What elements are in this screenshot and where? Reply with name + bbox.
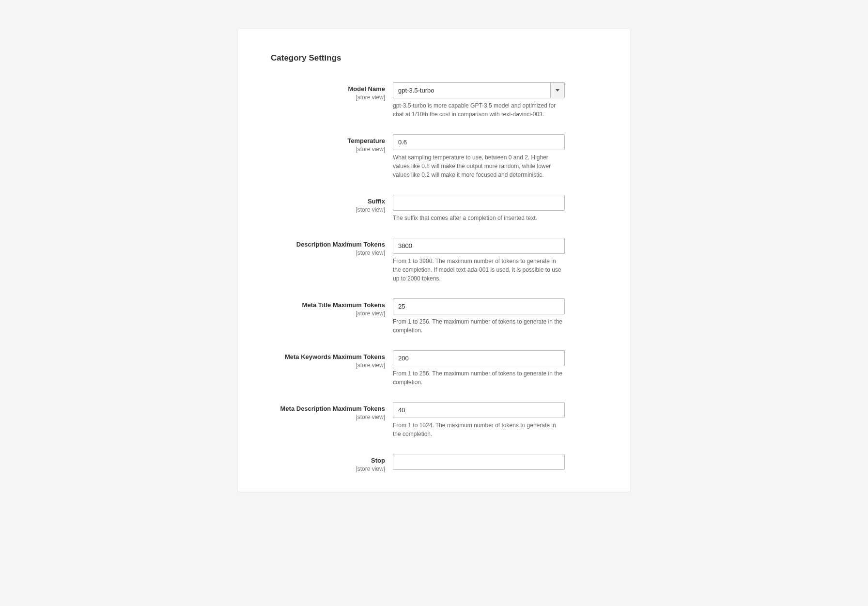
- meta-title-max-tokens-scope: [store view]: [267, 310, 385, 317]
- input-col: What sampling temperature to use, betwee…: [393, 134, 565, 179]
- label-col: Model Name [store view]: [267, 82, 393, 101]
- model-name-label: Model Name: [267, 85, 385, 93]
- field-suffix: Suffix [store view] The suffix that come…: [267, 195, 601, 222]
- suffix-scope: [store view]: [267, 206, 385, 213]
- label-col: Meta Description Maximum Tokens [store v…: [267, 402, 393, 420]
- field-meta-keywords-max-tokens: Meta Keywords Maximum Tokens [store view…: [267, 350, 601, 387]
- input-col: gpt-3.5-turbo gpt-3.5-turbo is more capa…: [393, 82, 565, 119]
- field-description-max-tokens: Description Maximum Tokens [store view] …: [267, 238, 601, 283]
- description-max-tokens-label: Description Maximum Tokens: [267, 241, 385, 249]
- input-col: From 1 to 256. The maximum number of tok…: [393, 298, 565, 335]
- label-col: Temperature [store view]: [267, 134, 393, 153]
- label-col: Suffix [store view]: [267, 195, 393, 213]
- meta-description-max-tokens-input[interactable]: [393, 402, 565, 418]
- meta-keywords-max-tokens-label: Meta Keywords Maximum Tokens: [267, 353, 385, 361]
- field-stop: Stop [store view]: [267, 454, 601, 472]
- model-name-help: gpt-3.5-turbo is more capable GPT-3.5 mo…: [393, 101, 565, 119]
- label-col: Meta Keywords Maximum Tokens [store view…: [267, 350, 393, 369]
- label-col: Stop [store view]: [267, 454, 393, 472]
- meta-description-max-tokens-label: Meta Description Maximum Tokens: [267, 405, 385, 413]
- meta-description-max-tokens-help: From 1 to 1024. The maximum number of to…: [393, 421, 565, 438]
- model-name-scope: [store view]: [267, 94, 385, 101]
- field-temperature: Temperature [store view] What sampling t…: [267, 134, 601, 179]
- meta-title-max-tokens-input[interactable]: [393, 298, 565, 314]
- meta-keywords-max-tokens-help: From 1 to 256. The maximum number of tok…: [393, 369, 565, 387]
- description-max-tokens-scope: [store view]: [267, 249, 385, 256]
- meta-title-max-tokens-help: From 1 to 256. The maximum number of tok…: [393, 317, 565, 335]
- temperature-scope: [store view]: [267, 146, 385, 153]
- field-meta-description-max-tokens: Meta Description Maximum Tokens [store v…: [267, 402, 601, 438]
- label-col: Description Maximum Tokens [store view]: [267, 238, 393, 256]
- meta-keywords-max-tokens-input[interactable]: [393, 350, 565, 366]
- meta-title-max-tokens-label: Meta Title Maximum Tokens: [267, 301, 385, 310]
- settings-panel: Category Settings Model Name [store view…: [238, 29, 630, 492]
- model-name-select[interactable]: gpt-3.5-turbo: [393, 82, 565, 98]
- description-max-tokens-help: From 1 to 3900. The maximum number of to…: [393, 257, 565, 283]
- label-col: Meta Title Maximum Tokens [store view]: [267, 298, 393, 317]
- model-name-select-wrapper: gpt-3.5-turbo: [393, 82, 565, 98]
- input-col: From 1 to 256. The maximum number of tok…: [393, 350, 565, 387]
- input-col: The suffix that comes after a completion…: [393, 195, 565, 222]
- input-col: From 1 to 3900. The maximum number of to…: [393, 238, 565, 283]
- stop-label: Stop: [267, 457, 385, 465]
- stop-input[interactable]: [393, 454, 565, 470]
- stop-scope: [store view]: [267, 466, 385, 472]
- suffix-help: The suffix that comes after a completion…: [393, 214, 565, 222]
- meta-keywords-max-tokens-scope: [store view]: [267, 362, 385, 369]
- input-col: From 1 to 1024. The maximum number of to…: [393, 402, 565, 438]
- section-title: Category Settings: [267, 53, 601, 63]
- input-col: [393, 454, 565, 470]
- field-model-name: Model Name [store view] gpt-3.5-turbo gp…: [267, 82, 601, 119]
- temperature-input[interactable]: [393, 134, 565, 150]
- suffix-input[interactable]: [393, 195, 565, 211]
- temperature-help: What sampling temperature to use, betwee…: [393, 153, 565, 179]
- meta-description-max-tokens-scope: [store view]: [267, 414, 385, 420]
- temperature-label: Temperature: [267, 137, 385, 145]
- suffix-label: Suffix: [267, 198, 385, 206]
- field-meta-title-max-tokens: Meta Title Maximum Tokens [store view] F…: [267, 298, 601, 335]
- description-max-tokens-input[interactable]: [393, 238, 565, 254]
